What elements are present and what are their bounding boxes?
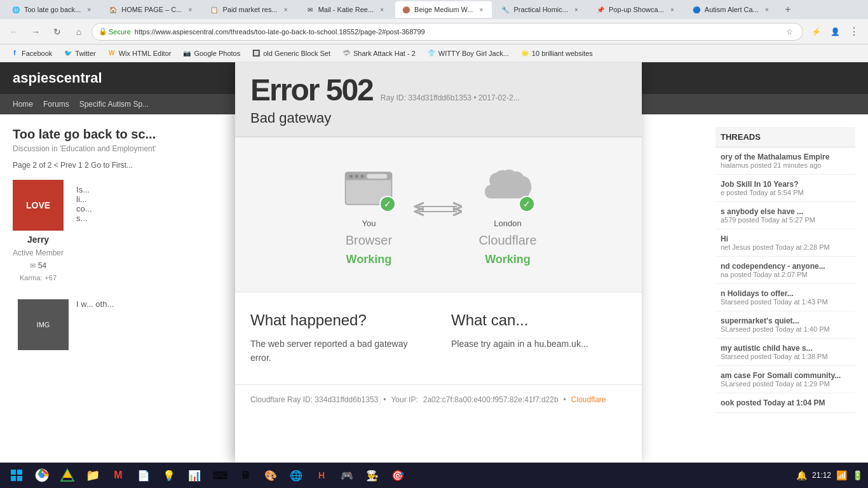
tab-1[interactable]: 🌐 Too late go back... × [5,1,100,18]
profile-button[interactable]: 👤 [826,23,844,41]
thread-item-3[interactable]: s anybody else have ... a579 posted Toda… [715,202,855,229]
bookmark-star-icon[interactable]: ☆ [782,25,796,39]
taskbar-chrome[interactable] [31,464,53,487]
cf-error-code: Error 502 [250,72,373,107]
taskbar-drive[interactable] [56,464,79,487]
taskbar-chef[interactable]: 👨‍🍳 [361,464,384,487]
clock: 21:12 [812,471,831,480]
bookmark-brilliant[interactable]: 🌟 10 brilliant websites [515,46,598,60]
taskbar-files[interactable]: 📁 [81,464,104,487]
witty-favicon: 👕 [427,49,436,58]
refresh-button[interactable]: ↻ [48,23,66,41]
nav-forums[interactable]: Forums [43,100,69,109]
bookmark-brilliant-label: 10 brilliant websites [532,50,593,57]
cf-browser-icon-container: ✓ [340,163,397,214]
cf-error-title: Bad gateway [250,110,627,126]
bookmark-witty[interactable]: 👕 WITTY Boy Girl Jack... [422,46,514,60]
taskbar-code[interactable]: ⌨ [208,464,231,487]
cf-cloudflare-status: Working [485,253,531,266]
tab-8-close[interactable]: × [763,5,771,14]
forward-button[interactable]: → [27,23,44,41]
cf-info-columns: What happened? The web server reported a… [250,311,627,365]
taskbar-desktop[interactable]: 🖥 [234,464,257,487]
bookmark-shark[interactable]: 🦈 Shark Attack Hat - 2 [337,46,421,60]
tab-5-close[interactable]: × [477,5,485,14]
thread-item-9[interactable]: am case For Somali community... SLarseed… [715,366,855,393]
svg-rect-11 [17,476,22,481]
thread-meta-5: na posted Today at 2:07 PM [721,271,850,278]
nav-specific-autism[interactable]: Specific Autism Sp... [79,100,149,109]
nav-home[interactable]: Home [13,100,33,109]
bookmarks-bar: f Facebook 🐦 Twitter W Wix HTML Editor 📷… [0,44,868,62]
taskbar-keep[interactable]: 💡 [158,464,180,487]
taskbar-game[interactable]: 🎮 [336,464,358,487]
thread-item-4[interactable]: Hi net Jesus posted Today at 2:28 PM [715,229,855,257]
taskbar-web[interactable]: 🌐 [285,464,308,487]
tab-7-close[interactable]: × [668,5,677,14]
tab-6-close[interactable]: × [572,5,581,14]
taskbar-slides[interactable]: 📊 [183,464,206,487]
tab-1-close[interactable]: × [85,5,93,14]
tab-2[interactable]: 🏠 HOME PAGE – C... × [102,1,201,18]
thread-meta-4: net Jesus posted Today at 2:28 PM [721,243,850,251]
thread-item-2[interactable]: Job Skill In 10 Years? e posted Today at… [715,175,855,202]
new-tab-button[interactable]: + [780,2,796,17]
extensions-button[interactable]: ⚡ [807,23,825,41]
thread-meta-2: e posted Today at 5:54 PM [721,189,850,196]
thread-link-4: Hi [721,234,850,243]
karma-value: +67 [44,274,57,281]
thread-item-8[interactable]: my autistic child have s... Starseed pos… [715,339,855,366]
second-post-text: I w... oth... [76,299,114,350]
cf-cloud-check-icon: ✓ [519,196,535,212]
bookmark-twitter[interactable]: 🐦 Twitter [58,46,100,60]
taskbar: 📁 M 📄 💡 📊 ⌨ 🖥 🎨 🌐 H 🎮 👨‍🍳 🎯 🔔 21:12 📶 🔋 [0,463,868,488]
cf-ray-info: Ray ID: 334d31ffdd6b1353 • 2017-02-2... [381,93,520,102]
tab-4-close[interactable]: × [377,5,386,14]
user-role: Active Member [13,248,64,257]
thread-item-5[interactable]: nd codependency - anyone... na posted To… [715,257,855,284]
start-button[interactable] [5,464,28,487]
bookmark-generic-block-label: old Generic Block Set [263,50,330,57]
bookmark-generic-block[interactable]: 🔲 old Generic Block Set [247,46,336,60]
thread-link-9: am case For Somali community... [721,371,850,380]
thread-link-5: nd codependency - anyone... [721,262,850,271]
taskbar-html[interactable]: H [310,464,333,487]
menu-button[interactable]: ⋮ [845,23,863,41]
svg-rect-8 [11,470,16,475]
home-button[interactable]: ⌂ [70,23,88,41]
windows-logo-icon [10,469,23,482]
tab-5[interactable]: 🟤 Beige Medium W... × [395,1,492,18]
facebook-favicon: f [10,49,19,58]
cf-arrow-icon [412,199,463,218]
bookmark-google-photos[interactable]: 📷 Google Photos [177,46,245,60]
thread-item-7[interactable]: supermarket's quiet... SLarseed posted T… [715,311,855,339]
taskbar-target[interactable]: 🎯 [386,464,409,487]
thread-meta-7: SLarseed posted Today at 1:40 PM [721,325,850,333]
bookmark-facebook[interactable]: f Facebook [5,46,57,60]
thread-link-2: Job Skill In 10 Years? [721,180,850,189]
taskbar-paint[interactable]: 🎨 [259,464,282,487]
thread-link-1: ory of the Mathalamus Empire [721,152,850,161]
back-button[interactable]: ← [5,23,23,41]
svg-marker-16 [63,470,72,478]
bookmark-wix[interactable]: W Wix HTML Editor [102,46,177,60]
thread-item-10[interactable]: ook posted Today at 1:04 PM [715,393,855,413]
cf-footer-ray: Cloudflare Ray ID: 334d31ffdd6b1353 [250,395,378,404]
tab-7[interactable]: 📌 Pop-up Showca... × [590,1,683,18]
tab-8[interactable]: 🔵 Autism Alert Ca... × [686,1,778,18]
address-bar[interactable]: 🔒 Secure https://www.aspiescentral.com/t… [92,23,803,41]
cf-footer-link[interactable]: Cloudflare [571,395,606,404]
taskbar-docs[interactable]: 📄 [132,464,155,487]
tab-2-close[interactable]: × [186,5,194,14]
cf-cloud-icon-container: ✓ [479,163,536,214]
tab-3[interactable]: 📋 Paid market res... × [203,1,296,18]
thread-item-1[interactable]: ory of the Mathalamus Empire hialamus po… [715,147,855,175]
taskbar-gmail[interactable]: M [107,464,130,487]
thread-item-6[interactable]: n Holidays to offer... Starseed posted T… [715,284,855,311]
tab-5-favicon: 🟤 [402,5,410,14]
tab-4[interactable]: ✉ Mail - Katie Ree... × [299,1,393,18]
thread-link-3: s anybody else have ... [721,207,850,216]
tab-3-close[interactable]: × [281,5,290,14]
notification-icon[interactable]: 🔔 [796,470,807,480]
tab-6[interactable]: 🔧 Practical Homic... × [494,1,587,18]
